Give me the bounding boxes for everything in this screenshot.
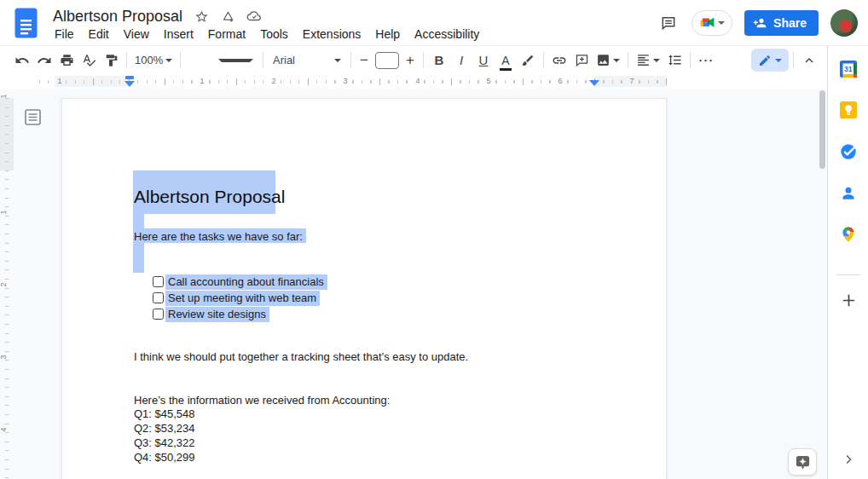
zoom-select[interactable]: 100% bbox=[131, 54, 176, 66]
vertical-ruler[interactable]: 1 1 2 3 4 bbox=[0, 89, 15, 479]
maps-icon[interactable] bbox=[839, 225, 858, 244]
meet-dropdown-caret bbox=[718, 21, 725, 25]
account-avatar[interactable] bbox=[830, 9, 858, 37]
toolbar-separator bbox=[126, 52, 127, 68]
show-document-outline-button[interactable] bbox=[23, 107, 42, 126]
checklist-item-text[interactable]: Call accounting about financials bbox=[165, 274, 327, 290]
checkbox-icon[interactable] bbox=[153, 309, 164, 320]
google-side-panel: 31 bbox=[827, 46, 868, 479]
star-icon[interactable] bbox=[194, 9, 209, 24]
paint-format-button[interactable] bbox=[100, 49, 122, 72]
tasks-icon[interactable] bbox=[839, 142, 858, 161]
menu-format[interactable]: Format bbox=[203, 26, 251, 42]
checkbox-icon[interactable] bbox=[153, 276, 164, 287]
ruler-number: 2 bbox=[269, 76, 278, 87]
menu-accessibility[interactable]: Accessibility bbox=[409, 26, 484, 42]
align-button[interactable] bbox=[633, 49, 663, 72]
chevron-down-icon bbox=[218, 59, 253, 62]
document-canvas: 1 1 2 3 4 Albertson Proposal Here are th… bbox=[0, 89, 827, 479]
calendar-icon[interactable]: 31 bbox=[839, 60, 858, 78]
highlight-color-button[interactable] bbox=[517, 49, 539, 72]
menu-help[interactable]: Help bbox=[370, 26, 405, 42]
menu-view[interactable]: View bbox=[119, 26, 154, 42]
hide-side-panel-chevron-icon[interactable] bbox=[839, 450, 858, 469]
ruler-number: 4 bbox=[0, 427, 8, 431]
menu-bar: File Edit View Insert Format Tools Exten… bbox=[49, 26, 484, 42]
menu-edit[interactable]: Edit bbox=[84, 26, 114, 42]
zoom-value: 100% bbox=[135, 54, 163, 66]
document-page[interactable]: Albertson Proposal Here are the tasks we… bbox=[61, 98, 667, 479]
svg-text:31: 31 bbox=[844, 65, 853, 73]
meet-call-button[interactable] bbox=[692, 10, 732, 36]
contacts-icon[interactable] bbox=[839, 184, 858, 203]
keep-icon[interactable] bbox=[839, 101, 858, 119]
menu-extensions[interactable]: Extensions bbox=[298, 26, 366, 42]
document-title[interactable]: Albertson Proposal bbox=[53, 8, 182, 26]
print-button[interactable] bbox=[55, 49, 78, 72]
ruler-ticks bbox=[5, 98, 9, 479]
bold-button[interactable]: B bbox=[428, 49, 450, 72]
line-spacing-button[interactable] bbox=[663, 49, 686, 72]
add-comment-button[interactable] bbox=[570, 49, 593, 72]
get-add-ons-plus-icon[interactable] bbox=[839, 291, 858, 309]
share-button[interactable]: Share bbox=[744, 10, 819, 36]
hide-menus-button[interactable] bbox=[798, 49, 820, 72]
paragraph-styles-select[interactable] bbox=[185, 59, 258, 62]
ruler-number: 3 bbox=[340, 76, 350, 87]
doc-heading-text[interactable]: Albertson Proposal bbox=[134, 187, 285, 207]
more-toolbar-options-button[interactable]: ⋯ bbox=[695, 49, 717, 72]
quarter-line[interactable]: Q4: $50,299 bbox=[134, 450, 195, 465]
menu-file[interactable]: File bbox=[49, 26, 79, 42]
menu-tools[interactable]: Tools bbox=[255, 26, 293, 42]
share-label: Share bbox=[773, 16, 807, 30]
quarter-line[interactable]: Q1: $45,548 bbox=[134, 407, 195, 421]
undo-button[interactable] bbox=[11, 49, 33, 72]
chevron-down-icon bbox=[165, 59, 172, 62]
font-value: Arial bbox=[273, 54, 295, 66]
checklist: Call accounting about financials Set up … bbox=[153, 274, 327, 322]
italic-button[interactable]: I bbox=[450, 49, 472, 72]
docs-logo-icon[interactable] bbox=[14, 8, 38, 38]
document-status-icon[interactable] bbox=[246, 9, 262, 24]
menu-insert[interactable]: Insert bbox=[159, 26, 199, 42]
checklist-item-text[interactable]: Set up meeting with web team bbox=[165, 291, 320, 306]
quarter-line[interactable]: Q3: $42,322 bbox=[134, 436, 195, 450]
vertical-scrollbar[interactable] bbox=[819, 90, 825, 169]
insert-link-button[interactable] bbox=[548, 49, 570, 72]
font-size-input[interactable] bbox=[375, 52, 399, 69]
checklist-item-text[interactable]: Review site designs bbox=[165, 307, 269, 322]
side-panel-divider bbox=[836, 274, 860, 275]
formatting-toolbar: 100% Arial − + B I U A ⋯ bbox=[0, 46, 827, 74]
left-indent-marker[interactable] bbox=[124, 75, 135, 88]
meet-icon bbox=[699, 16, 715, 30]
doc-intro-text[interactable]: Here are the tasks we have so far: bbox=[134, 229, 303, 244]
ruler-number: 2 bbox=[0, 282, 8, 286]
ruler-number: 6 bbox=[555, 76, 564, 87]
decrease-font-size-button[interactable]: − bbox=[356, 49, 373, 72]
increase-font-size-button[interactable]: + bbox=[402, 49, 419, 72]
redo-button[interactable] bbox=[33, 49, 55, 72]
horizontal-ruler[interactable]: 1 1 2 3 4 5 6 7 bbox=[0, 74, 827, 89]
move-to-drive-icon[interactable] bbox=[220, 9, 235, 24]
chevron-down-icon bbox=[653, 59, 660, 62]
open-comments-icon[interactable] bbox=[657, 12, 680, 34]
explore-button[interactable] bbox=[788, 448, 817, 476]
insert-image-button[interactable] bbox=[593, 49, 623, 72]
spell-check-button[interactable] bbox=[78, 49, 100, 72]
ruler-number: 1 bbox=[55, 76, 64, 87]
share-person-icon bbox=[753, 16, 767, 30]
editing-mode-button[interactable] bbox=[751, 49, 789, 72]
text-color-button[interactable]: A bbox=[495, 49, 517, 72]
ruler-number: 1 bbox=[0, 94, 8, 98]
chevron-down-icon bbox=[775, 59, 782, 62]
quarter-line[interactable]: Q2: $53,234 bbox=[134, 421, 195, 436]
font-family-select[interactable]: Arial bbox=[268, 54, 346, 66]
pencil-icon bbox=[758, 54, 772, 67]
doc-paragraph-text[interactable]: I think we should put together a trackin… bbox=[134, 349, 468, 364]
doc-info-heading-text[interactable]: Here’s the information we received from … bbox=[134, 393, 390, 407]
right-indent-marker[interactable] bbox=[589, 80, 599, 86]
checkbox-icon[interactable] bbox=[153, 292, 164, 303]
underline-button[interactable]: U bbox=[472, 49, 495, 72]
toolbar-separator bbox=[423, 52, 424, 68]
toolbar-separator bbox=[628, 52, 628, 68]
